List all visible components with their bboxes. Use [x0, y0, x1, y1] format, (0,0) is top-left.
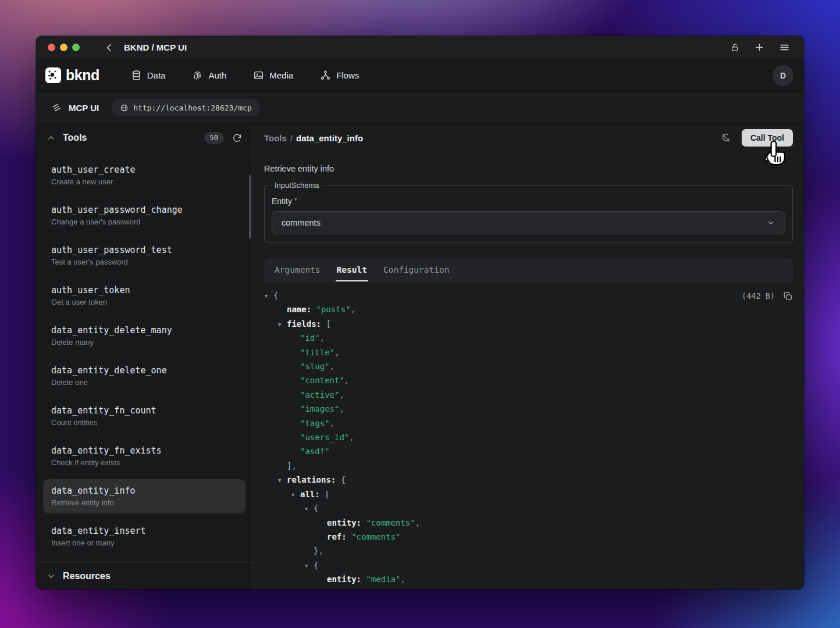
tool-list-item[interactable]: auth_user_create Create a new user: [36, 158, 252, 192]
tab-arguments[interactable]: Arguments: [266, 258, 329, 281]
breadcrumb-tools-link[interactable]: Tools: [264, 133, 287, 143]
tool-description: Test a user's password: [51, 258, 237, 266]
chevron-up-icon[interactable]: [47, 133, 56, 142]
close-window-button[interactable]: [48, 44, 55, 51]
zoom-window-button[interactable]: [72, 44, 80, 51]
tool-list-item[interactable]: data_entity_fn_count Count entities: [36, 399, 252, 433]
json-line: "slug",: [264, 359, 793, 373]
json-line: "users_id",: [264, 430, 793, 444]
mcp-title: MCP UI: [69, 103, 99, 113]
result-tabs: Arguments Result Configuration: [264, 258, 793, 281]
mcp-url-pill[interactable]: http://localhost:28623/mcp: [112, 99, 260, 116]
breadcrumb-current-tool: data_entity_info: [296, 133, 363, 143]
tool-name: data_entity_fn_exists: [51, 445, 237, 456]
bknd-logo-icon: [45, 67, 61, 83]
entity-field-label: Entity*: [272, 197, 785, 206]
tool-list-item[interactable]: data_entity_info Retrieve entity info: [43, 479, 245, 513]
desktop: { "titlebar": { "title": "BKND / MCP UI"…: [0, 0, 840, 628]
json-line: ref: "images": [264, 587, 793, 589]
workflow-branch-icon: [320, 70, 331, 81]
tools-section-title: Tools: [63, 133, 87, 143]
collapse-caret-icon[interactable]: ▼: [278, 473, 281, 487]
json-line: ▼fields: [: [264, 317, 793, 331]
json-line: ▼all: [: [264, 487, 793, 501]
tool-list-item[interactable]: data_entity_fn_exists Check if entity ex…: [36, 439, 252, 473]
tool-description: Change a user's password: [51, 217, 237, 226]
collapse-caret-icon[interactable]: ▼: [305, 559, 308, 573]
tool-description: Get a user token: [51, 298, 237, 306]
collapse-caret-icon[interactable]: ▼: [278, 317, 281, 331]
tool-description: Count entities: [51, 418, 237, 427]
tool-list-item[interactable]: auth_user_password_test Test a user's pa…: [36, 238, 252, 273]
mcp-bar: MCP UI http://localhost:28623/mcp: [36, 92, 804, 124]
tool-list-item[interactable]: data_entity_delete_one Delete one: [36, 359, 252, 393]
tool-detail-description: Retrieve entity info: [264, 164, 793, 173]
tools-list: auth_user_create Create a new user auth_…: [36, 152, 252, 562]
mcp-icon: [51, 102, 62, 113]
entity-select[interactable]: comments: [272, 211, 785, 234]
tool-description: Insert one or many: [51, 538, 237, 547]
nav-item-auth[interactable]: Auth: [192, 70, 226, 81]
user-avatar[interactable]: D: [773, 65, 793, 86]
tab-configuration[interactable]: Configuration: [375, 258, 458, 281]
tool-name: data_entity_insert: [51, 526, 237, 536]
image-icon: [253, 70, 264, 81]
tool-list-item[interactable]: auth_user_token Get a user token: [36, 279, 252, 313]
back-button[interactable]: [104, 42, 115, 53]
mcp-url: http://localhost:28623/mcp: [133, 104, 252, 112]
refresh-tools-button[interactable]: [232, 133, 242, 143]
menu-button[interactable]: [779, 42, 790, 53]
minimize-window-button[interactable]: [60, 44, 67, 51]
collapse-caret-icon[interactable]: ▼: [265, 289, 268, 303]
tool-list-item[interactable]: auth_user_password_change Change a user'…: [36, 198, 252, 233]
sidebar-scrollbar-thumb[interactable]: [249, 175, 251, 239]
tool-detail-header: Tools / data_entity_info Call Tool: [253, 124, 804, 152]
brand-wordmark: bknd: [66, 67, 99, 84]
input-schema-fieldset: InputSchema Entity* comments: [264, 181, 793, 243]
breadcrumb-separator: /: [290, 133, 293, 143]
nav-item-media[interactable]: Media: [253, 70, 293, 81]
lock-open-icon: [730, 42, 740, 52]
nav-item-flows[interactable]: Flows: [320, 70, 359, 81]
new-tab-button[interactable]: [754, 42, 765, 53]
tool-list-item[interactable]: data_entity_insert Insert one or many: [36, 519, 252, 554]
nav-item-label: Flows: [336, 70, 359, 80]
json-line: entity: "media",: [264, 572, 793, 586]
tool-list-item[interactable]: data_entity_delete_many Delete many: [36, 319, 252, 353]
tools-sidebar: Tools 50 auth_user_create Create a new u…: [36, 124, 253, 589]
nav-item-label: Media: [269, 70, 293, 80]
lock-button[interactable]: [730, 42, 740, 52]
nav-item-data[interactable]: Data: [131, 70, 166, 81]
json-line: entity: "comments",: [264, 516, 793, 530]
json-line: "tags",: [264, 416, 793, 430]
input-schema-legend: InputSchema: [272, 181, 322, 190]
resources-section-title: Resources: [63, 571, 111, 581]
database-icon: [131, 70, 142, 81]
tools-section-header: Tools 50: [36, 124, 252, 152]
nav-items: Data Auth Media Flows: [131, 70, 360, 81]
resources-section-header[interactable]: Resources: [36, 562, 252, 589]
refresh-icon: [232, 133, 242, 143]
top-nav: bknd Data Auth Media Flows D: [36, 59, 804, 92]
json-line: "active",: [264, 388, 793, 402]
tool-name: auth_user_password_change: [51, 205, 237, 215]
json-line: ref: "comments": [264, 530, 793, 544]
tool-name: data_entity_fn_count: [51, 405, 237, 416]
collapse-caret-icon[interactable]: ▼: [291, 488, 294, 502]
call-tool-button[interactable]: Call Tool: [742, 129, 793, 147]
title-bar: BKND / MCP UI: [36, 36, 804, 59]
entity-select-value: comments: [282, 218, 321, 227]
app-window: BKND / MCP UI bknd: [36, 36, 804, 589]
chevron-left-icon: [104, 42, 115, 53]
json-line: ▼relations: {: [264, 473, 793, 487]
json-line: "content",: [264, 373, 793, 387]
json-line: ▼{: [264, 558, 793, 572]
tool-name: data_entity_delete_one: [51, 365, 237, 376]
required-marker: *: [294, 197, 297, 205]
auto-refresh-off-button[interactable]: [721, 133, 731, 143]
brand-logo[interactable]: bknd: [45, 67, 99, 84]
tab-result[interactable]: Result: [329, 258, 375, 281]
collapse-caret-icon[interactable]: ▼: [305, 502, 308, 516]
tool-description: Create a new user: [51, 177, 237, 186]
window-title: BKND / MCP UI: [124, 42, 187, 52]
